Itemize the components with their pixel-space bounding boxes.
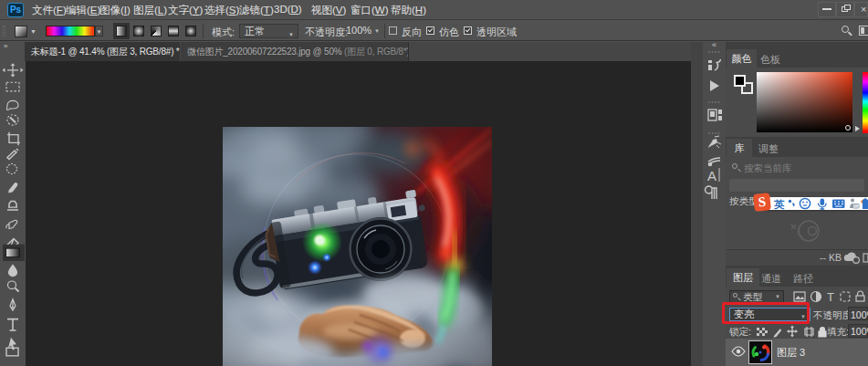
svg-text:T: T	[827, 290, 834, 304]
svg-text:BD: BD	[853, 204, 858, 208]
svg-text:A: A	[707, 168, 716, 183]
